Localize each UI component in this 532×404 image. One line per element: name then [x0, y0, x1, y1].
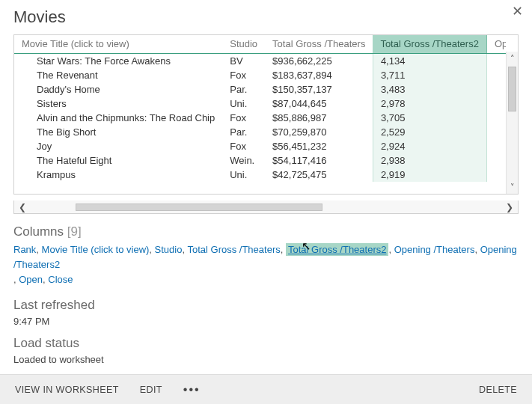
last-refreshed-value: 9:47 PM	[13, 316, 519, 327]
table-cell	[486, 97, 506, 111]
scroll-down-icon[interactable]: ˅	[507, 180, 518, 194]
scroll-right-icon[interactable]: ❯	[501, 202, 518, 212]
table-row[interactable]: The Hateful EightWein.$54,117,4162,938	[14, 153, 506, 168]
columns-count: [9]	[67, 224, 82, 239]
edit-button[interactable]: EDIT	[140, 385, 162, 395]
column-header[interactable]: Movie Title (click to view)	[14, 35, 222, 54]
last-refreshed-heading: Last refreshed	[13, 298, 519, 313]
table-cell	[486, 139, 506, 153]
column-header[interactable]: Total Gross /Theaters2	[373, 35, 486, 54]
table-cell: $150,357,137	[265, 82, 373, 97]
scroll-thumb[interactable]	[508, 67, 516, 111]
table-cell: Par.	[222, 82, 265, 97]
table-cell	[486, 54, 506, 69]
delete-button[interactable]: DELETE	[479, 385, 517, 395]
page-title: Movies	[13, 7, 519, 27]
table-cell: 2,924	[373, 139, 486, 153]
table-cell	[486, 68, 506, 82]
column-header[interactable]: Op	[486, 35, 506, 54]
table-cell: 2,529	[373, 125, 486, 139]
column-header[interactable]: Total Gross /Theaters	[265, 35, 373, 54]
table-row[interactable]: JoyFox$56,451,2322,924	[14, 139, 506, 153]
table-cell: $54,117,416	[265, 153, 373, 168]
table-cell: Star Wars: The Force Awakens	[14, 54, 222, 69]
table-cell: Joy	[14, 139, 222, 153]
table-row[interactable]: Alvin and the Chipmunks: The Road ChipFo…	[14, 111, 506, 125]
table-cell: $85,886,987	[265, 111, 373, 125]
scroll-up-icon[interactable]: ˄	[507, 52, 518, 65]
load-status-heading: Load status	[13, 336, 519, 351]
table-cell: Wein.	[222, 153, 265, 168]
table-cell: 3,483	[373, 82, 486, 97]
column-link[interactable]: Total Gross /Theaters	[187, 244, 280, 255]
table-cell: Fox	[222, 139, 265, 153]
table-row[interactable]: SistersUni.$87,044,6452,978	[14, 97, 506, 111]
table-cell	[486, 82, 506, 97]
table-cell	[486, 111, 506, 125]
column-link[interactable]: Movie Title (click to view)	[42, 244, 150, 255]
table-cell: 3,711	[373, 68, 486, 82]
column-link[interactable]: Studio	[155, 244, 183, 255]
column-link[interactable]: Open	[19, 274, 43, 285]
table-cell: $183,637,894	[265, 68, 373, 82]
more-button[interactable]: •••	[183, 383, 201, 397]
column-link[interactable]: Close	[48, 274, 73, 285]
table-cell: Fox	[222, 111, 265, 125]
table-cell: The Big Short	[14, 125, 222, 139]
horizontal-scrollbar[interactable]: ❮ ❯	[13, 201, 519, 214]
table-cell: The Revenant	[14, 68, 222, 82]
column-header[interactable]: Studio	[222, 35, 265, 54]
table-cell	[486, 153, 506, 168]
column-link[interactable]: Opening /Theaters	[394, 244, 475, 255]
table-cell: Par.	[222, 125, 265, 139]
table-cell: $56,451,232	[265, 139, 373, 153]
load-status-value: Loaded to worksheet	[13, 354, 519, 365]
table-cell: $42,725,475	[265, 168, 373, 182]
table-cell: Fox	[222, 68, 265, 82]
table-row[interactable]: Daddy's HomePar.$150,357,1373,483	[14, 82, 506, 97]
columns-heading: Columns [9]	[13, 224, 519, 239]
table-row[interactable]: The RevenantFox$183,637,8943,711	[14, 68, 506, 82]
table-cell: 2,938	[373, 153, 486, 168]
table-cell	[486, 125, 506, 139]
table-cell: 2,919	[373, 168, 486, 182]
columns-list: Rank, Movie Title (click to view), Studi…	[13, 242, 519, 287]
data-grid: Movie Title (click to view)StudioTotal G…	[13, 34, 519, 195]
column-link[interactable]: Total Gross /Theaters2	[286, 243, 389, 256]
table-cell: Sisters	[14, 97, 222, 111]
scroll-left-icon[interactable]: ❮	[14, 202, 31, 212]
close-icon[interactable]: ✕	[512, 4, 523, 18]
table-cell: $70,259,870	[265, 125, 373, 139]
table-cell: 4,134	[373, 54, 486, 69]
table-cell: Alvin and the Chipmunks: The Road Chip	[14, 111, 222, 125]
table-cell	[486, 168, 506, 182]
hscroll-thumb[interactable]	[76, 203, 322, 211]
table-cell: The Hateful Eight	[14, 153, 222, 168]
table-cell: $936,662,225	[265, 54, 373, 69]
table-row[interactable]: KrampusUni.$42,725,4752,919	[14, 168, 506, 182]
table-cell: Daddy's Home	[14, 82, 222, 97]
column-link[interactable]: Rank	[13, 244, 36, 255]
vertical-scrollbar[interactable]: ˄ ˅	[506, 52, 518, 194]
table-cell: 2,978	[373, 97, 486, 111]
table-cell: Krampus	[14, 168, 222, 182]
view-in-worksheet-button[interactable]: VIEW IN WORKSHEET	[15, 385, 119, 395]
table-cell: $87,044,645	[265, 97, 373, 111]
table-row[interactable]: Star Wars: The Force AwakensBV$936,662,2…	[14, 54, 506, 69]
columns-heading-label: Columns	[13, 224, 64, 239]
table-cell: BV	[222, 54, 265, 69]
table-cell: Uni.	[222, 97, 265, 111]
table-row[interactable]: The Big ShortPar.$70,259,8702,529	[14, 125, 506, 139]
table-cell: Uni.	[222, 168, 265, 182]
table-cell: 3,705	[373, 111, 486, 125]
footer-bar: VIEW IN WORKSHEET EDIT ••• DELETE	[0, 374, 532, 404]
